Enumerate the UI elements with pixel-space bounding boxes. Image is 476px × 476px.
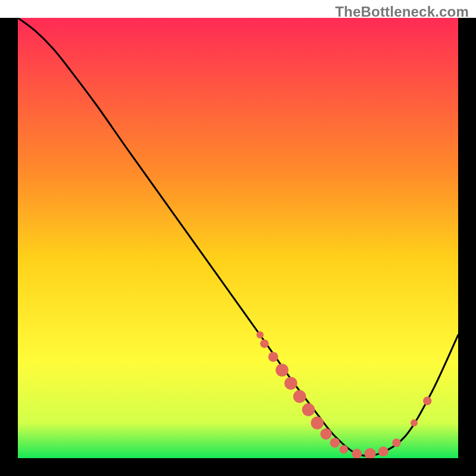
highlight-dot [378,447,389,457]
highlight-dot [411,419,418,427]
highlight-dot [339,445,347,453]
plot-area [18,18,458,458]
watermark-text: TheBottleneck.com [335,4,469,20]
highlight-dot [256,331,264,339]
highlight-dot [311,416,324,430]
highlight-dot [293,390,306,403]
highlight-dot [330,438,340,448]
highlight-dot [268,352,278,362]
highlight-dot [284,377,298,390]
gradient-background [18,18,458,458]
highlight-dot [275,364,289,377]
highlight-dot [260,339,268,347]
highlight-dot [423,397,431,405]
highlight-dot [320,428,331,440]
highlight-dot [302,403,315,416]
chart-svg [18,18,458,458]
chart-frame [0,18,476,476]
highlight-dot [392,439,400,447]
